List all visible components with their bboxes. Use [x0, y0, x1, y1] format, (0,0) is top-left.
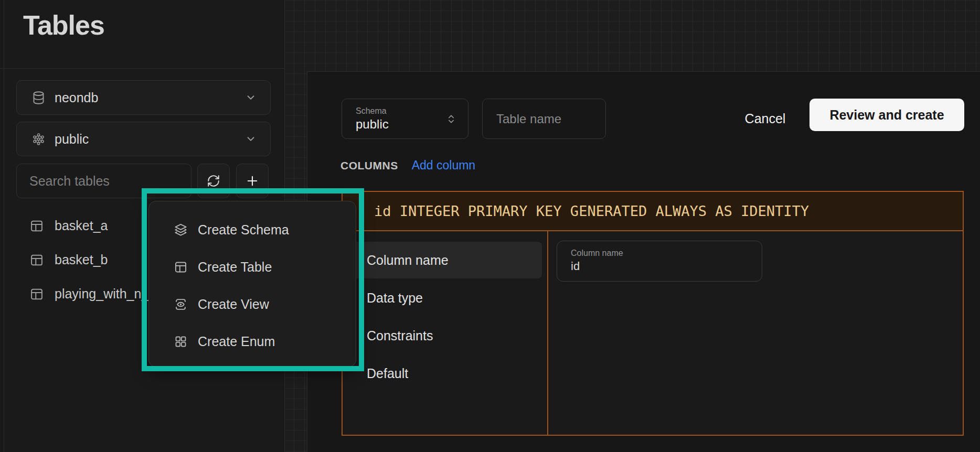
table-icon	[29, 253, 44, 267]
menu-item-label: Create Schema	[198, 222, 289, 238]
field-tab-label: Constraints	[367, 328, 433, 343]
schema-select-value: public	[55, 132, 89, 147]
column-editor-body: Column name Data type Constraints Defaul…	[343, 231, 963, 435]
field-tab-column-name[interactable]: Column name	[348, 242, 542, 278]
chevron-down-icon	[245, 92, 257, 103]
sidebar-header-divider	[0, 68, 284, 69]
table-name-label: basket_a	[55, 218, 108, 233]
table-icon	[29, 219, 44, 233]
schema-icon	[31, 132, 46, 146]
column-sql-row[interactable]: id INTEGER PRIMARY KEY GENERATED ALWAYS …	[343, 192, 963, 231]
chevrons-up-down-icon	[446, 114, 456, 124]
refresh-tables-button[interactable]	[197, 164, 230, 198]
column-sql-text: id INTEGER PRIMARY KEY GENERATED ALWAYS …	[374, 203, 809, 219]
create-menu: Create Schema Create Table Create View	[148, 201, 356, 367]
field-tab-default[interactable]: Default	[348, 355, 542, 392]
column-fields-pane: Column name Data type Constraints Defaul…	[343, 231, 548, 435]
review-and-create-button[interactable]: Review and create	[809, 99, 964, 131]
columns-heading: COLUMNS	[340, 159, 398, 172]
field-tab-label: Data type	[367, 290, 423, 306]
menu-item-label: Create View	[198, 297, 269, 312]
database-icon	[31, 91, 46, 105]
column-editor: id INTEGER PRIMARY KEY GENERATED ALWAYS …	[342, 191, 964, 436]
schema-select-sidebar[interactable]: public	[16, 122, 271, 156]
menu-item-label: Create Enum	[198, 334, 275, 349]
view-eye-icon	[174, 297, 188, 311]
schema-field[interactable]: Schema public	[342, 99, 468, 139]
search-tables-input[interactable]	[16, 164, 191, 198]
table-name-label: playing_with_n_	[55, 286, 148, 302]
table-name-label: basket_b	[55, 252, 108, 267]
page-title: Tables	[23, 9, 104, 41]
field-tab-data-type[interactable]: Data type	[348, 279, 542, 316]
column-name-input[interactable]: Column name id	[557, 241, 762, 282]
table-icon	[174, 260, 188, 274]
columns-section-header: COLUMNS Add column	[340, 158, 475, 173]
field-tab-label: Default	[367, 366, 408, 381]
cancel-button[interactable]: Cancel	[730, 99, 801, 139]
column-detail-pane: Column name id	[548, 231, 963, 435]
column-name-input-label: Column name	[571, 248, 762, 259]
chevron-down-icon	[245, 133, 257, 145]
refresh-icon	[207, 174, 220, 188]
menu-item-create-enum[interactable]: Create Enum	[149, 323, 356, 360]
database-select[interactable]: neondb	[16, 80, 271, 115]
add-column-link[interactable]: Add column	[412, 158, 475, 173]
database-select-value: neondb	[55, 90, 98, 105]
enum-grid-icon	[174, 335, 188, 349]
add-table-button[interactable]	[236, 164, 269, 198]
menu-item-label: Create Table	[198, 260, 272, 275]
field-tab-label: Column name	[367, 253, 449, 268]
plus-icon	[245, 174, 260, 188]
tables-page: Tables neondb	[0, 0, 980, 452]
menu-item-create-table[interactable]: Create Table	[149, 249, 356, 286]
create-table-panel: Schema public Cancel Review and create C…	[307, 71, 980, 452]
layers-icon	[174, 223, 188, 237]
column-name-input-value: id	[571, 259, 762, 274]
table-icon	[29, 287, 44, 302]
menu-item-create-schema[interactable]: Create Schema	[149, 211, 356, 249]
menu-item-create-view[interactable]: Create View	[149, 286, 356, 323]
table-name-input[interactable]	[482, 99, 606, 139]
field-tab-constraints[interactable]: Constraints	[348, 317, 542, 354]
